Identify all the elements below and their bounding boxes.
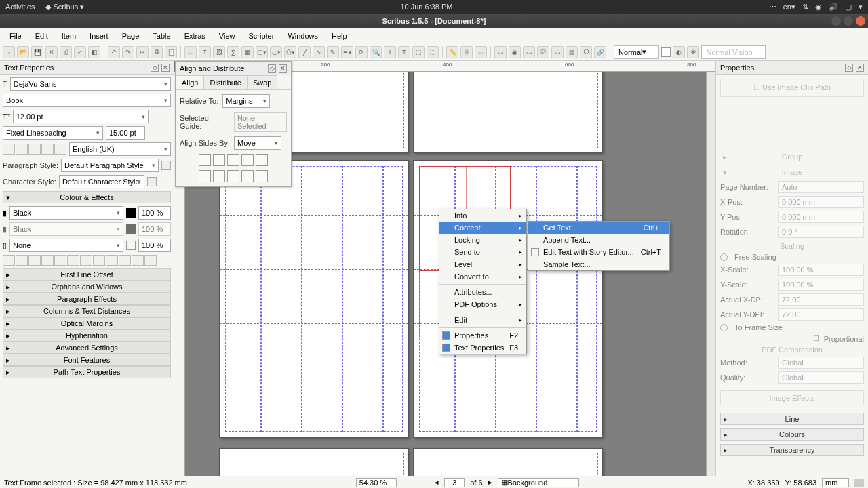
tool-redo[interactable]: ↷	[122, 46, 134, 58]
vertical-scrollbar[interactable]	[706, 72, 715, 476]
tab-align[interactable]: Align	[176, 75, 204, 89]
linespacing-spin[interactable]: 15.00 pt	[106, 126, 145, 140]
menu-view[interactable]: View	[214, 30, 241, 41]
appmenu[interactable]: ◆ Scribus ▾	[45, 3, 84, 12]
menu-item[interactable]: Item	[56, 30, 81, 41]
yscale-field[interactable]: 100.00 %	[778, 279, 864, 291]
align-right-in[interactable]	[256, 154, 268, 166]
battery-icon[interactable]: ▢	[845, 3, 852, 12]
tp-section-6[interactable]: ▸Advanced Settings	[3, 342, 171, 354]
tool-open[interactable]: 📂	[17, 46, 29, 58]
stroke-pct-spin[interactable]: 100 %	[138, 239, 171, 252]
tool-print[interactable]: ⎙	[60, 46, 72, 58]
tool-shape[interactable]: ▢▾	[256, 46, 268, 58]
tp-section-8[interactable]: ▸Path Text Properties	[3, 366, 171, 378]
tp-section-5[interactable]: ▸Hyphenation	[3, 329, 171, 342]
method-combo[interactable]: Global	[778, 357, 864, 369]
effect2-button[interactable]	[16, 255, 28, 266]
ctx-story-editor[interactable]: Edit Text with Story Editor...Ctrl+T	[528, 246, 669, 258]
tp-section-4[interactable]: ▸Optical Margins	[3, 317, 171, 329]
tray-icon[interactable]: ⋯	[769, 3, 776, 12]
properties-close-icon[interactable]: ✕	[856, 64, 864, 72]
effect5-button[interactable]	[54, 255, 66, 266]
effect11-button[interactable]	[132, 255, 144, 266]
tool-pdf-button[interactable]: ▭	[494, 46, 507, 58]
tool-imageframe[interactable]: 🖼	[213, 46, 225, 58]
tool-pdf-radio[interactable]: ◉	[509, 46, 521, 58]
image-effects-button[interactable]: Image Effects	[720, 390, 864, 405]
ctx-pdf-options[interactable]: PDF Options▸	[439, 298, 526, 310]
layer-combo[interactable]: ▦ Background	[498, 478, 579, 487]
ctx-content[interactable]: Content▸	[439, 222, 526, 234]
volume-icon[interactable]: 🔊	[829, 3, 838, 12]
zoom-combo[interactable]: 54.30 %	[356, 478, 397, 487]
close-button[interactable]	[856, 16, 865, 26]
tp-section-7[interactable]: ▸Font Features	[3, 354, 171, 366]
align-top-in[interactable]	[241, 170, 254, 182]
ctx-get-text[interactable]: Get Text...Ctrl+I	[528, 222, 669, 234]
unit-combo[interactable]: mm	[822, 478, 849, 487]
align-left-button[interactable]	[3, 144, 15, 155]
lang-indicator[interactable]: en▾	[783, 3, 795, 12]
menu-file[interactable]: File	[4, 30, 27, 41]
effect12-button[interactable]	[144, 255, 157, 266]
minimize-button[interactable]	[831, 16, 841, 26]
char-style-combo[interactable]: Default Character Style	[59, 175, 144, 188]
ctx-info[interactable]: Info▸	[439, 209, 526, 222]
effect7-button[interactable]	[80, 255, 92, 266]
ctx-sample-text[interactable]: Sample Text...	[528, 258, 669, 270]
align-bottom-in[interactable]	[256, 170, 268, 182]
tp-section-1[interactable]: ▸Orphans and Widows	[3, 281, 171, 293]
tool-pdf-link[interactable]: 🔗	[594, 46, 606, 58]
clip-path-check[interactable]: ☐ Use Image Clip Path	[720, 79, 864, 97]
xdpi-field[interactable]: 72.00	[778, 293, 864, 306]
tool-textframe[interactable]: T	[199, 46, 211, 58]
tool-cut[interactable]: ✂	[136, 46, 149, 58]
tool-link[interactable]: ⬚	[412, 46, 425, 58]
preview-mode-combo[interactable]: Normal ▾	[614, 45, 659, 59]
ydpi-field[interactable]: 72.00	[778, 308, 864, 321]
effect9-button[interactable]	[106, 255, 118, 266]
fill-pct-spin[interactable]: 100 %	[138, 206, 171, 220]
ctx-sendto[interactable]: Send to▸	[439, 246, 526, 258]
tool-unlink[interactable]: ⬚	[427, 46, 439, 58]
xscale-field[interactable]: 100.00 %	[778, 264, 864, 276]
vision-mode-combo[interactable]: Normal Vision	[701, 45, 765, 59]
page-number-input[interactable]	[444, 478, 465, 487]
proportional-check[interactable]: Proportional	[824, 335, 864, 343]
font-style-combo[interactable]: Book	[3, 94, 171, 107]
tool-pdf[interactable]: ◧	[88, 46, 100, 58]
align-justify-button[interactable]	[41, 144, 54, 155]
menu-table[interactable]: Table	[147, 30, 176, 41]
align-left-in[interactable]	[241, 154, 254, 166]
xpos-field[interactable]: 0.000 mm	[778, 196, 864, 208]
tool-cms[interactable]: ◐	[673, 46, 685, 58]
effect8-button[interactable]	[93, 255, 105, 266]
linespacing-mode-combo[interactable]: Fixed Linespacing	[3, 126, 103, 140]
tool-line[interactable]: ╱	[298, 46, 311, 58]
tp-section-2[interactable]: ▸Paragraph Effects	[3, 293, 171, 305]
activities-button[interactable]: Activities	[5, 3, 35, 12]
tool-pdf-check[interactable]: ☑	[537, 46, 549, 58]
tool-arc[interactable]: ◡▾	[270, 46, 282, 58]
tool-paste[interactable]: 📋	[165, 46, 177, 58]
ctx-append-text[interactable]: Append Text...	[528, 234, 669, 246]
tool-pdf-list[interactable]: ▤	[566, 46, 578, 58]
tool-save[interactable]: 💾	[31, 46, 43, 58]
tool-calligraphy[interactable]: ✒▾	[341, 46, 353, 58]
menu-help[interactable]: Help	[326, 30, 353, 41]
ctx-edit[interactable]: Edit▸	[439, 314, 526, 326]
tool-rotate[interactable]: ⟳	[355, 46, 368, 58]
tp-section-3[interactable]: ▸Columns & Text Distances	[3, 305, 171, 317]
page-number-field[interactable]: Auto	[778, 181, 864, 193]
power-icon[interactable]: ▾	[859, 3, 863, 12]
tool-polygon[interactable]: ⬠▾	[284, 46, 296, 58]
quality-combo[interactable]: Global	[778, 371, 864, 384]
align-center-button[interactable]	[16, 144, 28, 155]
align-left-edge[interactable]	[199, 154, 211, 166]
tool-table[interactable]: ▦	[241, 46, 254, 58]
tool-render[interactable]: ∑	[227, 46, 239, 58]
menu-page[interactable]: Page	[117, 30, 145, 41]
stroke-color-combo[interactable]: None	[9, 239, 123, 252]
collapse-colours[interactable]: ▸Colours	[720, 428, 864, 441]
